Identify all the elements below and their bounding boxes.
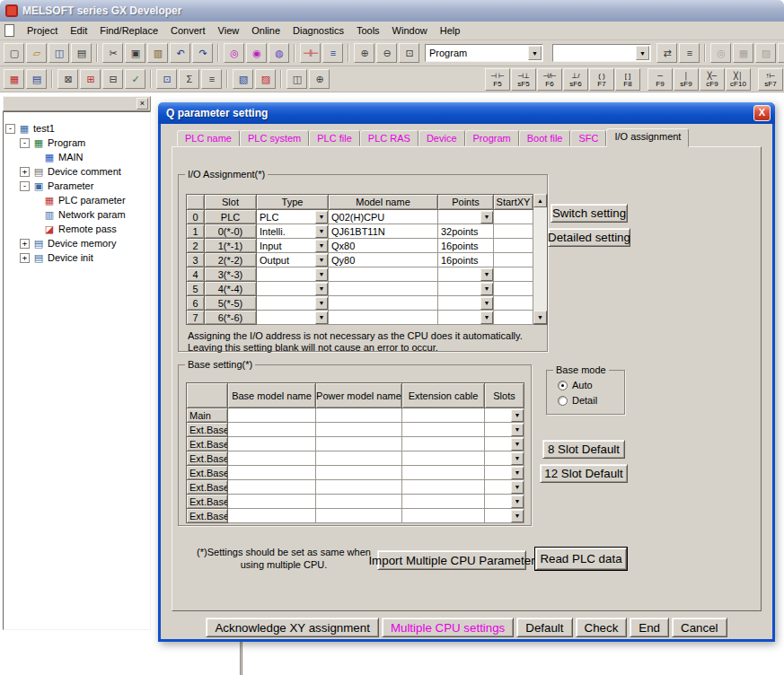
tree-expander-icon[interactable]: + — [20, 167, 30, 177]
base-mode-detail-radio[interactable]: Detail — [558, 395, 622, 406]
menu-find-replace[interactable]: Find/Replace — [93, 23, 164, 38]
io-model-name-cell[interactable]: QJ61BT11N — [329, 224, 438, 239]
dropdown-arrow-icon[interactable]: ▼ — [480, 311, 493, 324]
delete-vertical-line-cf10-button[interactable]: ╳│cF10 — [726, 68, 751, 91]
dropdown-arrow-icon[interactable]: ▼ — [511, 481, 524, 494]
io-points-combo[interactable]: ▼ — [438, 296, 494, 311]
extension-cable-cell[interactable] — [402, 480, 485, 495]
extension-cable-cell[interactable] — [402, 437, 485, 451]
tab-device[interactable]: Device — [418, 130, 465, 146]
tree-item-parameter[interactable]: - ▣ Parameter — [4, 179, 150, 193]
instruction-list-window-button[interactable]: ▤ — [26, 69, 47, 89]
io-type-combo[interactable]: ▼ — [257, 282, 329, 296]
io-model-name-cell[interactable]: Q02(H)CPU — [329, 210, 438, 224]
dropdown-arrow-icon[interactable]: ▼ — [511, 424, 524, 436]
io-points-combo[interactable]: ▼ — [438, 210, 494, 224]
find-device-button[interactable]: ◎ — [224, 43, 244, 63]
slots-combo[interactable]: ▼ — [485, 451, 524, 466]
slots-combo[interactable]: ▼ — [485, 480, 524, 495]
dropdown-arrow-icon[interactable]: ▼ — [315, 211, 328, 224]
menu-project[interactable]: Project — [21, 23, 64, 38]
tree-item-remote-pass[interactable]: ◪ Remote pass — [4, 222, 150, 236]
dropdown-arrow-icon[interactable]: ▼ — [511, 495, 524, 508]
device-list-button[interactable]: ≡ — [679, 43, 700, 63]
tree-item-network-param[interactable]: ▥ Network param — [4, 207, 150, 222]
twelve-slot-default-button[interactable]: 12 Slot Default — [540, 464, 628, 483]
menu-view[interactable]: View — [212, 23, 246, 38]
power-model-name-cell[interactable] — [316, 408, 402, 423]
device-monitor-button[interactable]: ▨ — [755, 43, 776, 63]
tab-boot-file[interactable]: Boot file — [519, 130, 571, 146]
io-points-combo[interactable]: 32points — [438, 224, 494, 239]
menu-edit[interactable]: Edit — [64, 23, 93, 38]
base-model-name-cell[interactable] — [228, 466, 316, 480]
end-button[interactable]: End — [630, 618, 669, 637]
base-model-name-cell[interactable] — [228, 509, 316, 523]
io-startxy-cell[interactable] — [494, 224, 533, 239]
base-mode-auto-radio[interactable]: Auto — [558, 380, 622, 390]
find-string-button[interactable]: ◍ — [269, 43, 289, 63]
base-model-name-cell[interactable] — [228, 437, 316, 451]
io-startxy-cell[interactable] — [494, 311, 533, 325]
find-next-button[interactable]: ◎ — [710, 43, 731, 63]
power-model-name-cell[interactable] — [316, 451, 402, 466]
dropdown-arrow-icon[interactable]: ▼ — [511, 438, 524, 451]
vertical-line-sf9-button[interactable]: │sF9 — [674, 68, 699, 91]
tree-item-main[interactable]: ▦ MAIN — [4, 150, 150, 164]
delete-horizontal-line-cf9-button[interactable]: ╳─cF9 — [700, 68, 725, 91]
horizontal-line-f9-button[interactable]: ─F9 — [647, 68, 673, 91]
dropdown-arrow-icon[interactable]: ▼ — [315, 283, 328, 295]
note-display-button[interactable]: ≡ — [201, 69, 222, 89]
io-points-combo[interactable]: ▼ — [438, 282, 494, 296]
tab-plc-system[interactable]: PLC system — [240, 130, 309, 146]
ladder-monitor-button[interactable]: ▦ — [733, 43, 753, 63]
dropdown-arrow-icon[interactable]: ▼ — [480, 211, 493, 224]
tile-windows-button[interactable]: ◫ — [286, 69, 307, 89]
io-points-combo[interactable]: ▼ — [438, 267, 494, 282]
undo-button[interactable]: ↶ — [170, 43, 190, 63]
tree-item-device-memory[interactable]: + ▤ Device memory — [4, 236, 150, 250]
slots-combo[interactable]: ▼ — [485, 509, 524, 523]
io-type-combo[interactable]: ▼ — [257, 267, 329, 282]
tab-plc-file[interactable]: PLC file — [309, 130, 360, 146]
dropdown-arrow-icon[interactable]: ▼ — [315, 240, 328, 252]
tab-program[interactable]: Program — [465, 130, 519, 146]
menu-window[interactable]: Window — [386, 23, 434, 38]
dropdown-arrow-icon[interactable]: ▼ — [511, 510, 524, 522]
io-type-combo[interactable]: ▼ — [257, 296, 329, 311]
read-plc-data-button[interactable]: Read PLC data — [535, 548, 627, 570]
tree-item-device-comment[interactable]: + ▤ Device comment — [4, 164, 150, 179]
tree-item-plc-parameter[interactable]: ▦ PLC parameter — [4, 193, 150, 207]
zoom-fit-button[interactable]: ⊡ — [399, 43, 419, 63]
convert-run-button[interactable]: ⊞ — [80, 69, 101, 89]
detailed-setting-button[interactable]: Detailed setting — [548, 228, 630, 247]
io-model-name-cell[interactable] — [329, 267, 438, 282]
dropdown-arrow-icon[interactable]: ▼ — [511, 452, 524, 465]
io-type-combo[interactable]: Output▼ — [257, 253, 329, 267]
tree-item-test1[interactable]: - ▦ test1 — [4, 121, 150, 136]
convert-all-button[interactable]: ⊟ — [102, 69, 123, 89]
open-contact-f5-button[interactable]: ⊣ ⊢F5 — [485, 68, 510, 91]
io-startxy-cell[interactable] — [494, 210, 533, 224]
zoom-out-button[interactable]: ⊖ — [376, 43, 397, 63]
dropdown-arrow-icon[interactable]: ▼ — [315, 297, 328, 310]
io-startxy-cell[interactable] — [494, 282, 533, 296]
acknowledge-xy-assignment-button[interactable]: Acknowledge XY assignment — [206, 618, 378, 637]
copy-button[interactable]: ▣ — [125, 43, 145, 63]
dropdown-arrow-icon[interactable]: ▼ — [511, 409, 524, 422]
tree-expander-icon[interactable]: - — [20, 138, 30, 148]
slots-combo[interactable]: ▼ — [485, 423, 524, 437]
dropdown-arrow-icon[interactable]: ▼ — [315, 311, 328, 324]
scrollbar-track[interactable] — [533, 207, 547, 311]
dropdown-arrow-icon[interactable]: ▼ — [480, 283, 493, 295]
convert-button[interactable]: ⊠ — [57, 69, 78, 89]
device-test-button[interactable]: ▧ — [233, 69, 253, 89]
io-points-combo[interactable]: 16points — [438, 239, 494, 253]
io-startxy-cell[interactable] — [494, 239, 533, 253]
slots-combo[interactable]: ▼ — [485, 495, 524, 509]
monitor-stop-button[interactable]: ▥ — [778, 43, 784, 63]
io-model-name-cell[interactable]: Qy80 — [329, 253, 438, 267]
io-points-combo[interactable]: ▼ — [438, 311, 494, 325]
device-trace-button[interactable]: ▨ — [255, 69, 276, 89]
io-model-name-cell[interactable] — [329, 296, 438, 311]
